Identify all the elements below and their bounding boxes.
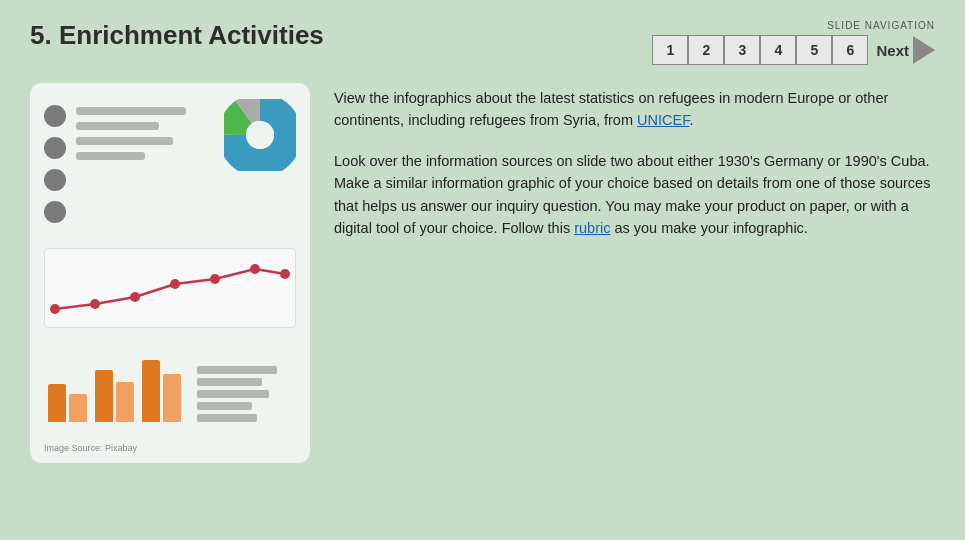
- main-container: 5. Enrichment Activities SLIDE NAVIGATIO…: [0, 0, 965, 540]
- pie-chart: [224, 99, 296, 171]
- content-row: Image Source: Pixabay View the infograph…: [30, 83, 935, 530]
- image-source: Image Source: Pixabay: [44, 443, 137, 453]
- hbar-4: [76, 152, 145, 160]
- slide-nav-btn-6[interactable]: 6: [832, 35, 868, 65]
- gray-hbar-3: [197, 390, 269, 398]
- para1-text-after: .: [689, 112, 693, 128]
- vbar-6: [163, 374, 181, 422]
- infographic-top: [44, 99, 296, 223]
- bar-chart-section: [44, 352, 296, 422]
- slide-nav-btn-1[interactable]: 1: [652, 35, 688, 65]
- vbar-5: [142, 360, 160, 422]
- vbar-1: [48, 384, 66, 422]
- vbar-2: [69, 394, 87, 422]
- slide-nav-label: SLIDE NAVIGATION: [827, 20, 935, 31]
- svg-point-7: [170, 279, 180, 289]
- vbar-4: [116, 382, 134, 422]
- para1-text-before: View the infographics about the latest s…: [334, 90, 888, 128]
- gray-hbar-4: [197, 402, 252, 410]
- gray-hbar-5: [197, 414, 257, 422]
- bars-lines-col: [76, 107, 214, 160]
- slide-navigation: SLIDE NAVIGATION 1 2 3 4 5 6 Next: [652, 20, 935, 65]
- hbar-2: [76, 122, 159, 130]
- vbar-3: [95, 370, 113, 422]
- gray-hbar-2: [197, 378, 262, 386]
- circle-1: [44, 105, 66, 127]
- rubric-link[interactable]: rubric: [574, 220, 610, 236]
- para2-text-after: as you make your infographic.: [610, 220, 807, 236]
- svg-point-10: [280, 269, 290, 279]
- header-row: 5. Enrichment Activities SLIDE NAVIGATIO…: [30, 20, 935, 65]
- slide-nav-buttons: 1 2 3 4 5 6 Next: [652, 35, 935, 65]
- slide-nav-btn-3[interactable]: 3: [724, 35, 760, 65]
- circle-3: [44, 169, 66, 191]
- svg-point-5: [90, 299, 100, 309]
- hbar-1: [76, 107, 186, 115]
- svg-point-4: [50, 304, 60, 314]
- vbar-group-1: [48, 384, 87, 422]
- circle-2: [44, 137, 66, 159]
- paragraph-1: View the infographics about the latest s…: [334, 87, 935, 132]
- slide-nav-next[interactable]: Next: [876, 36, 935, 64]
- slide-nav-btn-5[interactable]: 5: [796, 35, 832, 65]
- circle-4: [44, 201, 66, 223]
- infographic-card: Image Source: Pixabay: [30, 83, 310, 463]
- svg-point-3: [246, 121, 274, 149]
- svg-point-8: [210, 274, 220, 284]
- circles-col: [44, 105, 66, 223]
- next-arrow-icon: [913, 36, 935, 64]
- svg-point-6: [130, 292, 140, 302]
- vbar-group-3: [142, 360, 181, 422]
- unicef-link[interactable]: UNICEF: [637, 112, 689, 128]
- paragraph-2: Look over the information sources on sli…: [334, 150, 935, 240]
- hbar-3: [76, 137, 173, 145]
- gray-hbar-1: [197, 366, 277, 374]
- vbar-gray-group: [197, 366, 277, 422]
- slide-nav-btn-4[interactable]: 4: [760, 35, 796, 65]
- svg-point-9: [250, 264, 260, 274]
- next-label: Next: [876, 42, 909, 59]
- text-content: View the infographics about the latest s…: [334, 83, 935, 240]
- slide-nav-btn-2[interactable]: 2: [688, 35, 724, 65]
- page-title: 5. Enrichment Activities: [30, 20, 324, 51]
- line-chart: [44, 248, 296, 328]
- vbar-group-2: [95, 370, 134, 422]
